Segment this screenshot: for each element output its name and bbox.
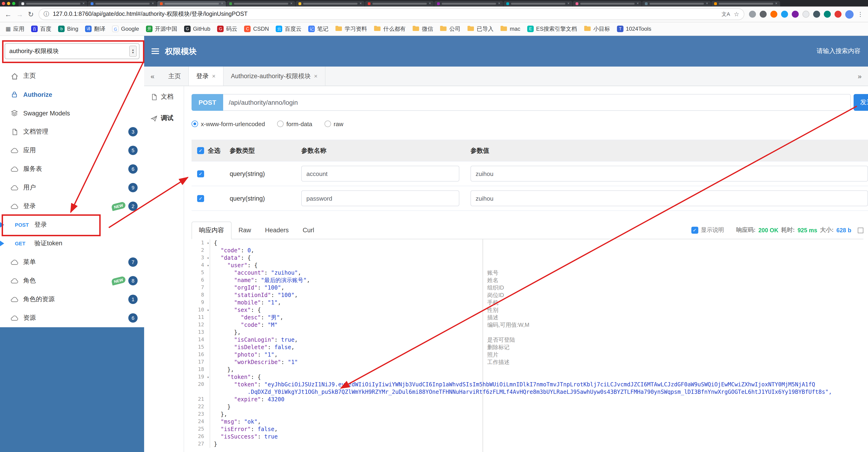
bookmark-item[interactable]: 译翻译: [85, 25, 105, 33]
close-icon[interactable]: ×: [775, 2, 777, 6]
sidebar-item-角色[interactable]: 角色NEW8: [0, 272, 144, 290]
bookmark-item[interactable]: 已导入: [467, 25, 494, 33]
bookmark-item[interactable]: EES搜索引擎文档: [527, 25, 577, 33]
page-info-icon[interactable]: ⓘ: [43, 10, 49, 18]
radio-form-data[interactable]: form-data: [277, 120, 312, 127]
bookmark-item[interactable]: 微信: [413, 25, 433, 33]
tab-curl[interactable]: Curl: [296, 222, 321, 239]
sidebar-item-用户[interactable]: 用户9: [0, 178, 144, 197]
bookmark-item[interactable]: 小目标: [584, 25, 610, 33]
tab-debug[interactable]: 调试: [144, 108, 184, 129]
window-controls[interactable]: [2, 0, 16, 6]
tab-authorize-module[interactable]: Authorize-authority-权限模块 ×: [223, 66, 326, 86]
minimize-window-icon[interactable]: [7, 2, 10, 5]
close-icon[interactable]: ×: [360, 2, 362, 6]
extension-icon[interactable]: [835, 11, 841, 18]
row-checkbox[interactable]: ✓: [197, 195, 204, 202]
tab-raw[interactable]: Raw: [231, 222, 258, 239]
search-input[interactable]: 请输入搜索内容: [817, 47, 861, 55]
module-select[interactable]: authority-权限模块 ▲▼: [5, 43, 140, 59]
browser-tab[interactable]: ×: [434, 1, 503, 6]
bookmark-item[interactable]: 记笔记: [308, 25, 329, 33]
sidebar-item-Swagger Models[interactable]: Swagger Models: [0, 104, 144, 122]
close-window-icon[interactable]: [2, 2, 5, 5]
reload-icon[interactable]: ↻: [28, 10, 34, 19]
extension-icon[interactable]: [781, 11, 788, 18]
close-icon[interactable]: ×: [221, 2, 223, 6]
param-name-input[interactable]: password: [301, 190, 459, 206]
profile-avatar[interactable]: [845, 10, 854, 19]
sidebar-item-服务表[interactable]: 服务表6: [0, 160, 144, 178]
sidebar-item-登录[interactable]: 登录NEW2: [0, 197, 144, 216]
sidebar-item-主页[interactable]: 主页: [0, 66, 144, 85]
response-code-viewer[interactable]: 1▾{2 "code": 0,3▾ "data": {4▾ "user": {5…: [191, 239, 868, 452]
request-url-input[interactable]: /api/authority/anno/login: [223, 94, 851, 111]
bookmark-item[interactable]: GGitHub: [184, 26, 210, 32]
bookmark-item[interactable]: CCSDN: [244, 26, 269, 32]
bookmark-item[interactable]: 公司: [440, 25, 461, 33]
close-icon[interactable]: ×: [314, 73, 317, 80]
bookmark-item[interactable]: 开开源中国: [146, 25, 177, 33]
close-icon[interactable]: ×: [567, 2, 569, 6]
tab-login[interactable]: 登录 ×: [189, 66, 223, 86]
extension-icon[interactable]: [824, 11, 831, 18]
bookmark-item[interactable]: GGoogle: [112, 26, 139, 32]
fold-icon[interactable]: ▾: [207, 374, 209, 381]
browser-tab[interactable]: ×: [88, 1, 157, 6]
bookmark-star-icon[interactable]: ☆: [734, 11, 739, 18]
extension-icon[interactable]: [760, 11, 767, 18]
sidebar-item-角色的资源[interactable]: 角色的资源1: [0, 290, 144, 309]
sidebar-item-post-登录[interactable]: POST登录: [0, 216, 144, 234]
browser-tab[interactable]: ×: [365, 1, 434, 6]
browser-tab[interactable]: ×: [642, 1, 711, 6]
tab-home[interactable]: 主页: [161, 66, 189, 86]
sidebar-item-get-验证token[interactable]: GET验证token: [0, 234, 144, 253]
browser-tab[interactable]: ×: [226, 1, 295, 6]
bookmark-item[interactable]: 什么都有: [374, 25, 406, 33]
fold-icon[interactable]: ▾: [207, 262, 209, 270]
extension-icon[interactable]: [770, 11, 777, 18]
browser-tab[interactable]: ×: [503, 1, 572, 6]
browser-tab[interactable]: ×: [157, 1, 226, 6]
browser-tab[interactable]: ×: [19, 1, 87, 6]
bookmark-item[interactable]: 百百度: [31, 25, 51, 33]
extension-icon[interactable]: [792, 11, 799, 18]
fold-icon[interactable]: ▾: [207, 255, 209, 262]
sidebar-item-应用[interactable]: 应用5: [0, 141, 144, 160]
param-value-input[interactable]: zuihou: [470, 190, 868, 206]
radio-x-www-form-urlencoded[interactable]: x-www-form-urlencoded: [191, 120, 265, 127]
bookmark-item[interactable]: G码云: [217, 25, 237, 33]
param-name-input[interactable]: account: [301, 166, 459, 181]
bookmark-item[interactable]: 学习资料: [335, 25, 367, 33]
radio-raw[interactable]: raw: [324, 120, 343, 127]
show-description-checkbox[interactable]: ✓: [691, 227, 698, 234]
translate-icon[interactable]: 文A: [721, 11, 730, 18]
extension-icon[interactable]: [802, 11, 809, 18]
bookmark-item[interactable]: mac: [500, 25, 520, 32]
forward-icon[interactable]: →: [16, 10, 23, 18]
collapse-sidebar-icon[interactable]: «: [144, 66, 161, 86]
back-icon[interactable]: ←: [5, 10, 11, 18]
address-bar[interactable]: ⓘ 127.0.0.1:8760/api/gate/doc.html#/auth…: [38, 8, 744, 20]
sidebar-item-菜单[interactable]: 菜单7: [0, 253, 144, 272]
sidebar-item-Authorize[interactable]: Authorize: [0, 85, 144, 104]
browser-menu-icon[interactable]: ⋮: [857, 11, 863, 18]
close-icon[interactable]: ×: [212, 73, 216, 80]
hamburger-icon[interactable]: [152, 49, 159, 54]
row-checkbox[interactable]: ✓: [197, 170, 204, 177]
sidebar-item-资源[interactable]: 资源6: [0, 309, 144, 327]
fullscreen-icon[interactable]: [858, 227, 863, 233]
close-icon[interactable]: ×: [429, 2, 431, 6]
maximize-window-icon[interactable]: [12, 2, 16, 5]
bookmark-item[interactable]: T1024Tools: [617, 26, 651, 32]
param-value-input[interactable]: zuihou: [470, 166, 868, 181]
extension-icon[interactable]: [813, 11, 820, 18]
bookmark-item[interactable]: ▦应用: [6, 25, 24, 33]
browser-tab[interactable]: ×: [711, 1, 780, 6]
close-icon[interactable]: ×: [83, 2, 85, 6]
fold-icon[interactable]: ▾: [207, 307, 209, 314]
tab-headers[interactable]: Headers: [258, 222, 296, 239]
extension-icon[interactable]: [749, 11, 756, 18]
select-all-checkbox[interactable]: ✓: [197, 147, 204, 154]
bookmark-item[interactable]: bBing: [58, 26, 78, 32]
